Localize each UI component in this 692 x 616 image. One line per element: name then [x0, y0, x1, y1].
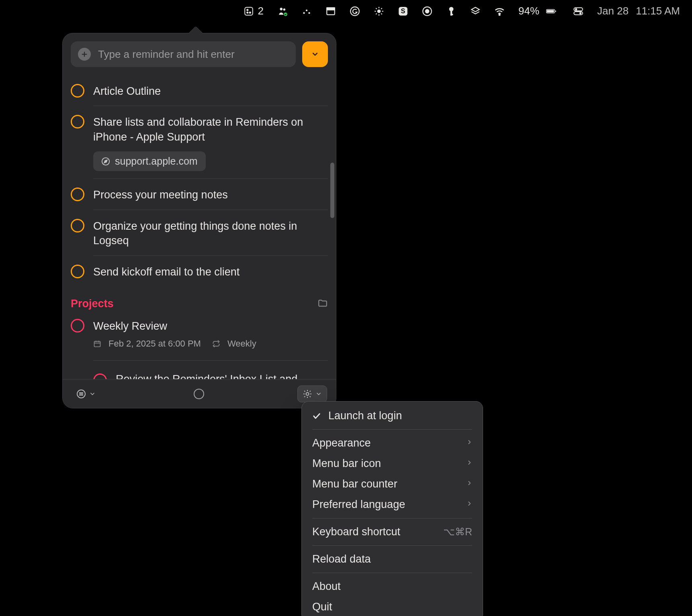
menu-item-preferred-language[interactable]: Preferred language [302, 494, 483, 515]
s-letter-icon: S [398, 6, 408, 16]
svg-point-49 [306, 392, 309, 395]
stack-icon[interactable] [470, 6, 481, 16]
clock-date[interactable]: Jan 28 11:15 AM [597, 5, 680, 17]
list-item[interactable]: Organize your getting things done notes … [71, 210, 328, 255]
reminder-input-wrap[interactable] [71, 41, 296, 67]
complete-toggle[interactable] [71, 319, 84, 332]
teams-icon-glyph [277, 6, 288, 16]
menubar-time: 11:15 AM [636, 5, 680, 17]
menu-label: Preferred language [312, 498, 405, 511]
section-title: Projects [71, 298, 114, 310]
footer-circle-button[interactable] [194, 389, 204, 399]
menu-item-appearance[interactable]: Appearance [302, 433, 483, 453]
svg-point-9 [308, 12, 310, 14]
menu-item-menu-bar-icon[interactable]: Menu bar icon [302, 453, 483, 474]
reminder-title: Review the Reminders' Inbox List and Sch… [116, 372, 328, 379]
repeat-icon [212, 340, 220, 348]
complete-toggle[interactable] [93, 373, 107, 379]
keyboard-shortcut-value: ⌥⌘R [443, 526, 472, 538]
battery-icon [543, 6, 559, 16]
toggles-icon [573, 6, 583, 16]
complete-toggle[interactable] [71, 219, 84, 233]
svg-rect-11 [327, 8, 335, 10]
reminder-title: Weekly Review [93, 319, 328, 333]
svg-marker-40 [104, 160, 107, 163]
menu-item-about[interactable]: About [302, 576, 483, 597]
svg-line-19 [381, 13, 382, 14]
menu-bar: 2 S [0, 0, 692, 22]
svg-line-18 [376, 8, 377, 9]
complete-toggle[interactable] [71, 265, 84, 278]
reminder-title: Send kickoff email to the client [93, 265, 328, 279]
battery-status[interactable]: 94% [518, 5, 559, 17]
svg-point-13 [377, 9, 381, 13]
reminders-menubar-icon [244, 6, 254, 16]
svg-rect-31 [547, 10, 554, 12]
svg-rect-41 [94, 341, 100, 347]
o-app-icon[interactable] [422, 6, 432, 16]
reminder-input[interactable] [98, 48, 289, 61]
svg-point-4 [280, 8, 283, 10]
reminder-title: Article Outline [93, 84, 328, 98]
menu-item-menu-bar-counter[interactable]: Menu bar counter [302, 474, 483, 494]
menu-item-reload-data[interactable]: Reload data [302, 549, 483, 569]
menubar-date: Jan 28 [597, 5, 629, 17]
footer-filter-button[interactable] [72, 386, 100, 402]
list-item[interactable]: Share lists and collaborate in Reminders… [71, 106, 328, 178]
s-app-icon[interactable]: S [398, 6, 408, 16]
layers-icon [470, 6, 481, 16]
chevron-right-icon [467, 437, 472, 449]
reminder-link-label: support.apple.com [115, 155, 198, 167]
chevron-right-icon [467, 457, 472, 470]
sub-list-item[interactable]: Review the Reminders' Inbox List and Sch… [93, 360, 328, 379]
wifi-icon[interactable] [494, 6, 505, 16]
svg-point-8 [306, 9, 307, 11]
svg-rect-0 [245, 7, 253, 15]
list-selector-button[interactable] [302, 41, 328, 67]
list-item[interactable]: Article Outline [71, 75, 328, 106]
key-icon[interactable] [446, 6, 457, 16]
menu-divider [312, 545, 472, 546]
reminder-title: Organize your getting things done notes … [93, 219, 328, 248]
teams-icon[interactable] [277, 6, 288, 16]
menu-item-quit[interactable]: Quit [302, 597, 483, 616]
svg-line-21 [381, 8, 382, 9]
list-item[interactable]: Weekly Review Feb 2, 2025 at 6:00 PM Wee… [71, 315, 328, 379]
svg-point-5 [283, 8, 285, 10]
svg-point-29 [499, 14, 500, 15]
panel-footer [63, 379, 336, 408]
chevron-down-icon [311, 50, 319, 58]
reminders-popover: Article Outline Share lists and collabor… [62, 33, 336, 408]
list-item[interactable]: Send kickoff email to the client [71, 256, 328, 286]
control-center-icon[interactable] [573, 6, 583, 16]
compass-icon [101, 157, 110, 166]
section-header[interactable]: Projects [71, 286, 328, 315]
brightness-icon[interactable] [374, 6, 384, 16]
menu-label: Appearance [312, 437, 371, 449]
complete-toggle[interactable] [71, 115, 84, 129]
svg-point-7 [303, 12, 305, 14]
rectangle-icon-glyph [326, 6, 336, 16]
reminder-link-chip[interactable]: support.apple.com [93, 151, 206, 171]
dots-icon[interactable] [301, 6, 312, 16]
svg-point-25 [426, 9, 429, 13]
menu-item-keyboard-shortcut[interactable]: Keyboard shortcut ⌥⌘R [302, 522, 483, 542]
complete-toggle[interactable] [71, 188, 84, 201]
key-icon-glyph [446, 6, 457, 16]
rectangle-icon[interactable] [326, 6, 336, 16]
menu-label: Launch at login [328, 410, 402, 422]
reminders-list[interactable]: Article Outline Share lists and collabor… [63, 67, 336, 379]
folder-icon[interactable] [317, 298, 328, 310]
menu-item-launch-at-login[interactable]: Launch at login [302, 406, 483, 426]
gear-icon [303, 389, 312, 399]
list-item[interactable]: Process your meeting notes [71, 179, 328, 209]
scrollbar-thumb[interactable] [330, 163, 334, 218]
svg-point-2 [247, 12, 248, 13]
svg-point-12 [350, 7, 359, 16]
grammarly-icon[interactable] [350, 6, 360, 16]
dots-icon-glyph [301, 6, 312, 16]
menubar-app-badge[interactable]: 2 [244, 5, 264, 17]
complete-toggle[interactable] [71, 84, 84, 98]
footer-settings-button[interactable] [297, 386, 327, 402]
list-filter-icon [76, 389, 86, 399]
